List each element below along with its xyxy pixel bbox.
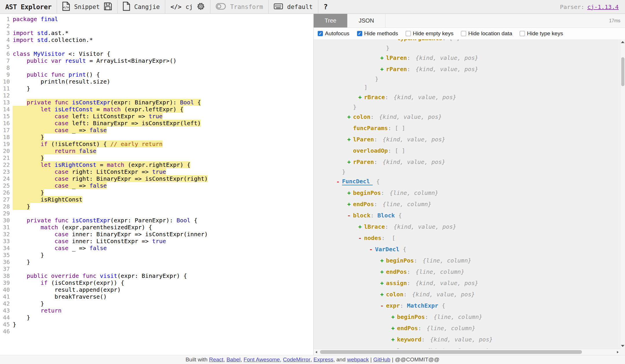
tree-row[interactable]: +endPos: {line, column} — [314, 322, 625, 334]
tab-json[interactable]: JSON — [348, 14, 385, 27]
code-line[interactable]: 28 } — [0, 203, 313, 210]
code-line[interactable]: 17 case _ => false — [0, 127, 313, 134]
code-line[interactable]: 31 match (expr.parenthesizedExpr) { — [0, 224, 313, 231]
code-line[interactable]: 26 } — [0, 189, 313, 196]
tree-key[interactable]: typeArguments — [397, 39, 442, 42]
tree-row[interactable]: funcParams: [ ] — [314, 122, 625, 134]
expand-icon[interactable]: + — [380, 257, 386, 264]
tree-node-type[interactable]: MatchExpr — [407, 302, 438, 309]
collapse-icon[interactable]: - — [369, 246, 375, 253]
tab-tree[interactable]: Tree — [314, 14, 348, 27]
language-group[interactable]: Cangjie — [117, 0, 166, 14]
snippet-button[interactable]: Snippet — [74, 3, 100, 10]
code-line[interactable]: 18 } — [0, 134, 313, 141]
tree-key[interactable]: block — [353, 212, 370, 219]
code-line[interactable]: 37 — [0, 265, 313, 272]
tree-row[interactable]: typeArguments: [ ] — [314, 39, 625, 44]
expand-icon[interactable]: + — [347, 136, 353, 143]
expand-icon[interactable]: + — [358, 94, 364, 101]
tree-key[interactable]: endPos — [353, 201, 374, 208]
help-group[interactable]: ? — [318, 0, 333, 14]
collapse-icon[interactable]: - — [336, 178, 342, 185]
option-autofocus[interactable]: ✓Autofocus — [318, 30, 350, 37]
code-line[interactable]: 30 private func isConstExpr(expr: ParenE… — [0, 217, 313, 224]
tree-key[interactable]: endPos — [397, 325, 418, 332]
code-line[interactable]: 24 case right: BinaryExpr => isConstExpr… — [0, 175, 313, 182]
transform-button[interactable]: Transform — [230, 3, 263, 10]
ast-tree[interactable]: typeArguments: [ ]}+lParen: {kind, value… — [314, 39, 625, 349]
parser-short-button[interactable]: cj — [185, 3, 193, 10]
code-line[interactable]: 45} — [0, 321, 313, 328]
tree-row[interactable]: +keyword: {kind, value, pos} — [314, 334, 625, 345]
expand-icon[interactable]: + — [380, 268, 386, 275]
collapse-icon[interactable]: - — [347, 212, 353, 219]
expand-icon[interactable]: + — [380, 291, 386, 298]
tree-key[interactable]: funcParams — [353, 125, 388, 132]
code-line[interactable]: 38 public override func visit(expr: Bina… — [0, 272, 313, 279]
option-hide-type-keys[interactable]: Hide type keys — [520, 30, 563, 37]
tree-row[interactable]: -block: Block{ — [314, 210, 625, 221]
code-line[interactable]: 43 return — [0, 307, 313, 314]
footer-link[interactable]: Font Awesome — [244, 356, 280, 363]
tree-row[interactable]: +endPos: {line, column} — [314, 266, 625, 277]
horizontal-scroll-thumb[interactable] — [320, 350, 582, 354]
option-hide-empty-keys[interactable]: Hide empty keys — [406, 30, 453, 37]
tree-row[interactable]: +colon: {kind, value, pos} — [314, 289, 625, 300]
code-line[interactable]: 40 result.append(expr) — [0, 286, 313, 293]
tree-key[interactable]: beginPos — [386, 257, 414, 264]
tree-key[interactable]: endPos — [386, 268, 407, 275]
tree-row[interactable]: -expr: MatchExpr{ — [314, 300, 625, 311]
tree-key[interactable]: assign — [386, 280, 407, 287]
tree-row[interactable]: +endPos: {line, column} — [314, 198, 625, 210]
tree-row[interactable]: -VarDecl{ — [314, 243, 625, 255]
code-line[interactable]: 22 let isRightConst = match (expr.rightE… — [0, 161, 313, 168]
tree-row[interactable]: +assign: {kind, value, pos} — [314, 277, 625, 289]
tree-key[interactable]: rBrace — [364, 94, 385, 101]
code-line[interactable]: 12 — [0, 92, 313, 99]
save-icon[interactable] — [104, 2, 112, 12]
checkbox-icon[interactable]: ✓ — [318, 31, 323, 36]
code-line[interactable]: 32 case inner: BinaryExpr => isConstExpr… — [0, 231, 313, 238]
expand-icon[interactable]: + — [347, 201, 353, 208]
vertical-scroll-thumb[interactable] — [621, 57, 624, 86]
expand-icon[interactable]: + — [380, 66, 386, 73]
option-hide-location-data[interactable]: Hide location data — [461, 30, 512, 37]
tree-row[interactable]: +lBrace: {kind, value, pos} — [314, 221, 625, 232]
language-button[interactable]: Cangjie — [134, 3, 160, 10]
code-line[interactable]: 15 case left: LitConstExpr => true — [0, 113, 313, 120]
code-line[interactable]: 29 — [0, 210, 313, 217]
horizontal-scrollbar[interactable] — [314, 349, 620, 355]
code-line[interactable]: 27 isRightConst — [0, 196, 313, 203]
code-line[interactable]: 16 case left: BinaryExpr => isConstExpr(… — [0, 120, 313, 127]
tree-key[interactable]: beginPos — [397, 313, 425, 320]
tree-key[interactable]: beginPos — [353, 189, 381, 196]
checkbox-icon[interactable] — [461, 31, 466, 36]
code-line[interactable]: 5 — [0, 43, 313, 50]
scroll-up-icon[interactable] — [621, 41, 624, 43]
scroll-down-icon[interactable] — [621, 345, 624, 347]
vertical-scrollbar[interactable] — [620, 39, 625, 349]
code-line[interactable]: 19 if (!isLeftConst) { // early return — [0, 141, 313, 147]
tree-row[interactable]: -nodes: [ — [314, 232, 625, 243]
expand-icon[interactable]: + — [380, 280, 386, 287]
code-line[interactable]: 11 } — [0, 85, 313, 92]
code-line[interactable]: 10 println(result.size) — [0, 78, 313, 85]
collapse-icon[interactable]: - — [358, 234, 364, 241]
code-line[interactable]: 44 } — [0, 314, 313, 321]
expand-icon[interactable]: + — [391, 336, 397, 343]
keybinding-button[interactable]: default — [287, 3, 313, 10]
tree-key[interactable]: lParen — [353, 136, 374, 143]
tree-key[interactable]: overloadOp — [353, 147, 388, 154]
checkbox-icon[interactable] — [406, 31, 411, 36]
scroll-right-icon[interactable] — [615, 349, 620, 355]
tree-row[interactable]: +beginPos: {line, column} — [314, 187, 625, 198]
code-line[interactable]: 46 — [0, 328, 313, 335]
code-line[interactable]: 7 public var result = ArrayList<BinaryEx… — [0, 57, 313, 64]
code-editor[interactable]: 1package final23import std.ast.*4import … — [0, 14, 313, 355]
code-line[interactable]: 6class MyVisitor <: Visitor { — [0, 50, 313, 57]
tree-key[interactable]: expr — [386, 302, 400, 309]
tree-row[interactable]: -FuncDecl{ — [314, 176, 625, 187]
tree-key[interactable]: lParen — [386, 54, 407, 61]
footer-link[interactable]: Express — [313, 356, 333, 363]
code-line[interactable]: 2 — [0, 23, 313, 29]
